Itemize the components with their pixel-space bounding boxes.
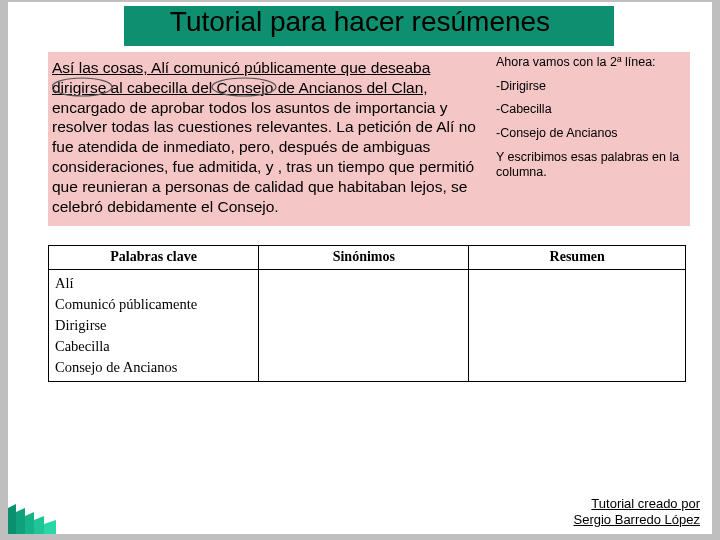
footer-line2: Sergio Barredo López [574, 512, 700, 527]
side-item: -Dirigirse [496, 79, 686, 95]
footer-credit: Tutorial creado por Sergio Barredo López [574, 496, 700, 529]
table-header: Palabras clave [49, 246, 259, 270]
table-row: Alí Comunicó públicamente Dirigirse Cabe… [49, 270, 686, 382]
keyword-item: Consejo de Ancianos [55, 357, 252, 378]
keywords-table: Palabras clave Sinónimos Resumen Alí Com… [48, 245, 686, 382]
side-note: Y escribimos esas palabras en la columna… [496, 150, 686, 181]
side-intro: Ahora vamos con la 2ª línea: [496, 55, 686, 71]
keyword-item: Alí [55, 273, 252, 294]
table-header: Resumen [469, 246, 686, 270]
side-notes: Ahora vamos con la 2ª línea: -Dirigirse … [496, 55, 686, 189]
synonyms-cell [259, 270, 469, 382]
main-paragraph: Así las cosas, Alí comunicó públicamente… [52, 58, 482, 217]
keyword-item: Cabecilla [55, 336, 252, 357]
table-header-row: Palabras clave Sinónimos Resumen [49, 246, 686, 270]
footer-line1: Tutorial creado por [591, 496, 700, 511]
side-item: -Cabecilla [496, 102, 686, 118]
keyword-item: Dirigirse [55, 315, 252, 336]
corner-decoration [8, 490, 56, 534]
side-item: -Consejo de Ancianos [496, 126, 686, 142]
keyword-item: Comunicó públicamente [55, 294, 252, 315]
summary-cell [469, 270, 686, 382]
page: Tutorial para hacer resúmenes Así las co… [8, 2, 712, 534]
page-title: Tutorial para hacer resúmenes [8, 6, 712, 38]
table-header: Sinónimos [259, 246, 469, 270]
keywords-cell: Alí Comunicó públicamente Dirigirse Cabe… [49, 270, 259, 382]
